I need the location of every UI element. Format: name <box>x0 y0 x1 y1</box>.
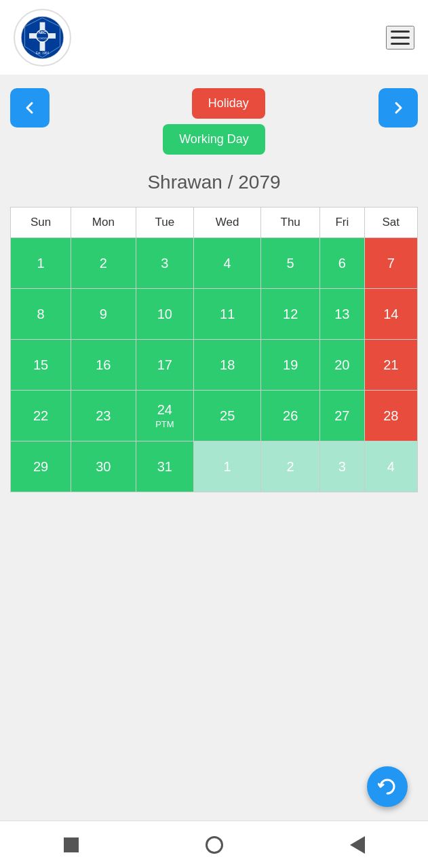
cell-day-number: 24 <box>157 402 172 418</box>
cell-inner: 10 <box>136 289 194 339</box>
left-arrow-icon <box>23 101 37 115</box>
calendar-cell[interactable]: 2 <box>261 441 320 492</box>
calendar-cell[interactable]: 17 <box>136 340 194 391</box>
cell-inner: 11 <box>194 289 260 339</box>
calendar-cell[interactable]: 6 <box>320 238 364 289</box>
cell-day-number: 28 <box>383 408 398 424</box>
calendar-table: SunMonTueWedThuFriSat 123456789101112131… <box>10 207 418 492</box>
calendar-cell[interactable]: 28 <box>364 391 417 441</box>
cell-inner: 14 <box>365 289 417 339</box>
cell-day-number: 12 <box>283 307 298 322</box>
calendar-cell[interactable]: 2 <box>71 238 136 289</box>
calendar-cell[interactable]: 27 <box>320 391 364 441</box>
prev-month-button[interactable] <box>10 88 50 127</box>
calendar-cell[interactable]: 10 <box>136 289 194 340</box>
svg-text:Est. 1964: Est. 1964 <box>36 52 50 55</box>
app-header: NRC SCHOOL Est. 1964 <box>0 0 428 75</box>
square-icon <box>64 837 79 852</box>
calendar-cell[interactable]: 25 <box>194 391 261 441</box>
cell-inner: 8 <box>11 289 71 339</box>
calendar-cell[interactable]: 4 <box>194 238 261 289</box>
holiday-legend: Holiday <box>192 88 265 119</box>
calendar-cell[interactable]: 16 <box>71 340 136 391</box>
cell-inner: 3 <box>136 238 194 288</box>
cell-day-number: 2 <box>100 256 107 271</box>
calendar-cell[interactable]: 11 <box>194 289 261 340</box>
cell-inner: 17 <box>136 340 194 390</box>
calendar-cell[interactable]: 20 <box>320 340 364 391</box>
cell-inner: 29 <box>11 441 71 492</box>
calendar-week-4: 222324PTM25262728 <box>11 391 418 441</box>
cell-note: PTM <box>155 419 174 429</box>
cell-inner: 23 <box>71 391 136 441</box>
triangle-icon <box>350 836 365 854</box>
calendar-cell[interactable]: 7 <box>364 238 417 289</box>
calendar-cell[interactable]: 4 <box>364 441 417 492</box>
cell-inner: 25 <box>194 391 260 441</box>
cell-inner: 1 <box>194 441 260 492</box>
cell-inner: 27 <box>320 391 364 441</box>
calendar-cell[interactable]: 24PTM <box>136 391 194 441</box>
next-month-button[interactable] <box>378 88 418 127</box>
calendar-cell[interactable]: 29 <box>11 441 71 492</box>
logo-container: NRC SCHOOL Est. 1964 <box>14 9 71 66</box>
stop-button[interactable] <box>64 837 79 852</box>
cell-inner: 5 <box>261 238 319 288</box>
calendar-cell[interactable]: 15 <box>11 340 71 391</box>
cell-day-number: 16 <box>96 357 111 373</box>
cell-day-number: 2 <box>287 459 294 475</box>
cell-day-number: 30 <box>96 459 111 475</box>
cell-inner: 18 <box>194 340 260 390</box>
cell-day-number: 25 <box>220 408 235 424</box>
cell-inner: 30 <box>71 441 136 492</box>
cell-inner: 19 <box>261 340 319 390</box>
cell-inner: 28 <box>365 391 417 441</box>
home-button[interactable] <box>206 836 223 854</box>
calendar-cell[interactable]: 13 <box>320 289 364 340</box>
calendar-cell[interactable]: 5 <box>261 238 320 289</box>
cell-day-number: 18 <box>220 357 235 373</box>
calendar-cell[interactable]: 22 <box>11 391 71 441</box>
cell-inner: 26 <box>261 391 319 441</box>
calendar-cell[interactable]: 8 <box>11 289 71 340</box>
cell-inner: 20 <box>320 340 364 390</box>
weekday-header-sat: Sat <box>364 208 417 238</box>
calendar-cell[interactable]: 31 <box>136 441 194 492</box>
calendar-cell[interactable]: 30 <box>71 441 136 492</box>
back-button[interactable] <box>350 836 365 854</box>
calendar-cell[interactable]: 1 <box>11 238 71 289</box>
cell-day-number: 7 <box>387 256 395 271</box>
calendar-week-3: 15161718192021 <box>11 340 418 391</box>
calendar-cell[interactable]: 3 <box>136 238 194 289</box>
cell-day-number: 4 <box>224 256 231 271</box>
calendar-cell[interactable]: 3 <box>320 441 364 492</box>
calendar-cell[interactable]: 12 <box>261 289 320 340</box>
cell-day-number: 1 <box>224 459 231 475</box>
calendar-week-1: 1234567 <box>11 238 418 289</box>
cell-day-number: 27 <box>334 408 349 424</box>
logo: NRC SCHOOL Est. 1964 <box>17 12 68 63</box>
cell-inner: 2 <box>71 238 136 288</box>
cell-day-number: 4 <box>387 459 395 475</box>
calendar-cell[interactable]: 9 <box>71 289 136 340</box>
calendar-cell[interactable]: 21 <box>364 340 417 391</box>
calendar-cell[interactable]: 18 <box>194 340 261 391</box>
calendar-cell[interactable]: 23 <box>71 391 136 441</box>
calendar-cell[interactable]: 1 <box>194 441 261 492</box>
cell-inner: 24PTM <box>136 391 194 441</box>
cell-inner: 7 <box>365 238 417 288</box>
weekday-header-wed: Wed <box>194 208 261 238</box>
calendar-cell[interactable]: 19 <box>261 340 320 391</box>
cell-day-number: 9 <box>100 307 107 322</box>
cell-day-number: 3 <box>161 256 168 271</box>
cell-inner: 2 <box>261 441 319 492</box>
calendar-cell[interactable]: 26 <box>261 391 320 441</box>
cell-day-number: 13 <box>334 307 349 322</box>
calendar-cell[interactable]: 14 <box>364 289 417 340</box>
cell-inner: 22 <box>11 391 71 441</box>
cell-day-number: 31 <box>157 459 172 475</box>
refresh-fab[interactable] <box>367 766 408 807</box>
cell-inner: 9 <box>71 289 136 339</box>
cell-inner: 31 <box>136 441 194 492</box>
menu-button[interactable] <box>386 26 414 50</box>
